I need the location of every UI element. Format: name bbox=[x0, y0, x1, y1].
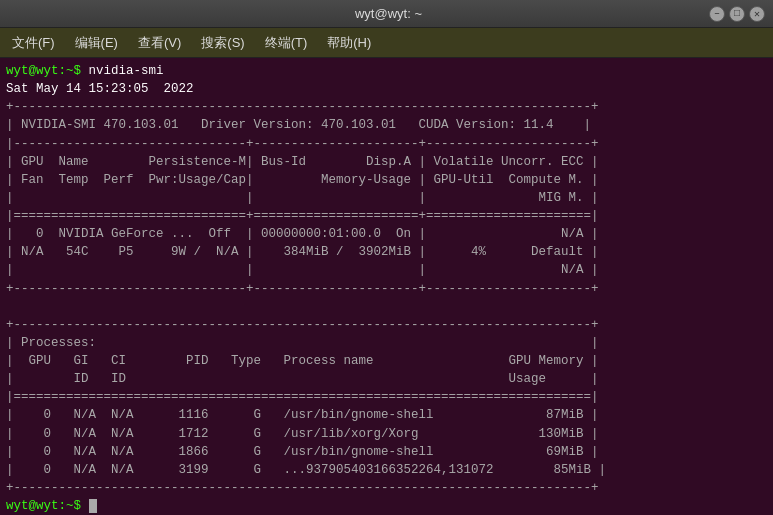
menu-terminal[interactable]: 终端(T) bbox=[257, 30, 316, 56]
menubar: 文件(F) 编辑(E) 查看(V) 搜索(S) 终端(T) 帮助(H) bbox=[0, 28, 773, 58]
minimize-button[interactable]: – bbox=[709, 6, 725, 22]
menu-edit[interactable]: 编辑(E) bbox=[67, 30, 126, 56]
close-button[interactable]: ✕ bbox=[749, 6, 765, 22]
menu-help[interactable]: 帮助(H) bbox=[319, 30, 379, 56]
menu-view[interactable]: 查看(V) bbox=[130, 30, 189, 56]
menu-search[interactable]: 搜索(S) bbox=[193, 30, 252, 56]
terminal-area[interactable]: wyt@wyt:~$ nvidia-smi Sat May 14 15:23:0… bbox=[0, 58, 773, 515]
maximize-button[interactable]: □ bbox=[729, 6, 745, 22]
terminal-content: wyt@wyt:~$ nvidia-smi Sat May 14 15:23:0… bbox=[6, 62, 767, 515]
titlebar-buttons: – □ ✕ bbox=[709, 6, 765, 22]
titlebar: wyt@wyt: ~ – □ ✕ bbox=[0, 0, 773, 28]
titlebar-title: wyt@wyt: ~ bbox=[68, 6, 709, 21]
menu-file[interactable]: 文件(F) bbox=[4, 30, 63, 56]
